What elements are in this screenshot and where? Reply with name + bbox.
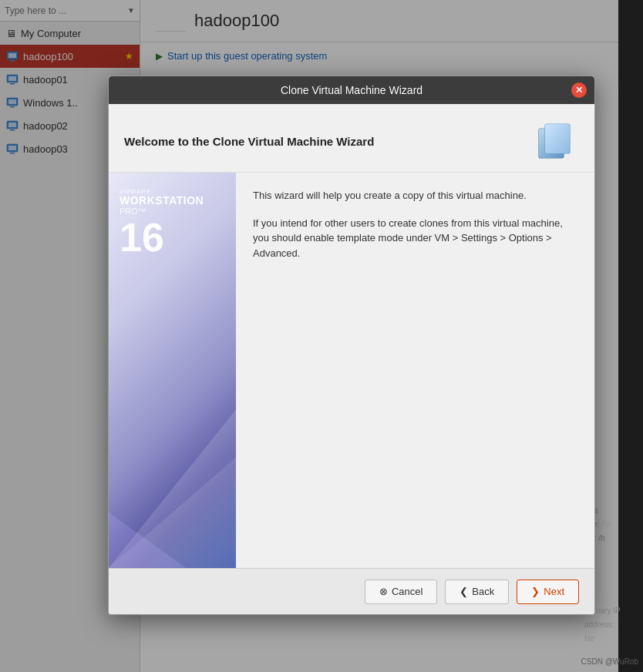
dialog-header-title: Welcome to the Clone Virtual Machine Wiz… <box>124 135 533 148</box>
dialog-left-panel: VMWARE WORKSTATION PRO™ 16 <box>109 173 236 568</box>
decorative-shapes <box>109 331 236 568</box>
dialog-header-row: Welcome to the Clone Virtual Machine Wiz… <box>109 104 594 173</box>
dialog-titlebar: Clone Virtual Machine Wizard ✕ <box>109 76 594 104</box>
svg-rect-21 <box>545 124 570 153</box>
back-icon: ❮ <box>460 586 468 597</box>
next-button[interactable]: ❯ Next <box>517 580 579 604</box>
clone-icon <box>533 118 579 164</box>
dialog-close-button[interactable]: ✕ <box>571 82 587 98</box>
vmware-brand: VMWARE <box>120 188 225 195</box>
back-button[interactable]: ❮ Back <box>445 580 509 604</box>
back-label: Back <box>472 586 494 597</box>
clone-wizard-dialog: Clone Virtual Machine Wizard ✕ Welcome t… <box>108 76 595 615</box>
cancel-label: Cancel <box>392 586 422 597</box>
cancel-icon: ⊗ <box>379 586 388 597</box>
workstation-label: WORKSTATION <box>120 195 225 207</box>
dialog-body: Welcome to the Clone Virtual Machine Wiz… <box>109 104 594 568</box>
body-text-1: This wizard will help you create a copy … <box>253 188 577 203</box>
body-text-2: If you intend for other users to create … <box>253 216 577 261</box>
vmware-logo: VMWARE WORKSTATION PRO™ 16 <box>109 173 236 265</box>
dialog-right-panel: This wizard will help you create a copy … <box>236 173 594 568</box>
cancel-button[interactable]: ⊗ Cancel <box>365 580 437 604</box>
dialog-content: VMWARE WORKSTATION PRO™ 16 This wizard w… <box>109 173 594 568</box>
next-label: Next <box>544 586 564 597</box>
dialog-title: Clone Virtual Machine Wizard <box>116 84 587 96</box>
dialog-footer: ⊗ Cancel ❮ Back ❯ Next <box>109 568 594 614</box>
next-icon: ❯ <box>531 586 540 597</box>
version-number: 16 <box>120 217 225 257</box>
dialog-header-text: Welcome to the Clone Virtual Machine Wiz… <box>124 135 533 148</box>
